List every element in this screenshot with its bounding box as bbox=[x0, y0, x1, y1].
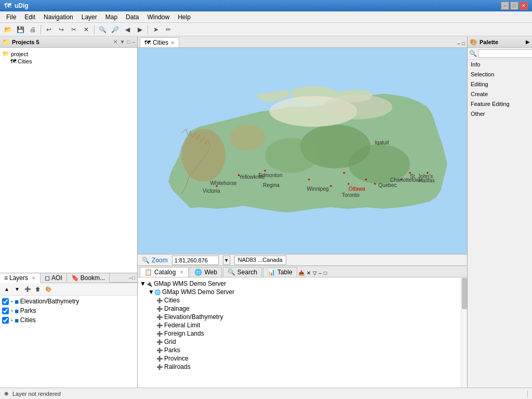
layer-up-button[interactable]: ▲ bbox=[2, 285, 11, 294]
palette-expand-btn[interactable]: ▶ bbox=[526, 39, 530, 45]
menu-window[interactable]: Window bbox=[143, 11, 174, 22]
layer-elevation-checkbox[interactable] bbox=[2, 298, 9, 305]
catalog-minimize[interactable]: – bbox=[319, 270, 322, 276]
catalog-scrollbar[interactable] bbox=[461, 277, 467, 388]
palette-item-info[interactable]: Info bbox=[468, 60, 532, 70]
map-tab-close[interactable]: ✕ bbox=[170, 40, 175, 46]
catalog-railroads-label: Railroads bbox=[164, 363, 191, 370]
layer-down-button[interactable]: ▼ bbox=[12, 285, 22, 294]
projects-menu[interactable]: ▼ bbox=[119, 39, 125, 45]
menu-data[interactable]: Data bbox=[122, 11, 143, 22]
svg-text:Victoria: Victoria bbox=[203, 188, 220, 194]
catalog-import[interactable]: 📥 bbox=[298, 270, 304, 276]
layer-elevation[interactable]: + ◼ Elevation/Bathymetry bbox=[2, 297, 135, 306]
close-button[interactable]: ✕ bbox=[520, 2, 528, 10]
svg-point-19 bbox=[374, 183, 376, 184]
tree-item-cities[interactable]: 🗺 Cities bbox=[2, 58, 135, 65]
catalog-tree: ▼ 🔌 GMap WMS Demo Server ▼ 🌐 GMap WMS De… bbox=[138, 277, 461, 388]
svg-text:Regina: Regina bbox=[263, 182, 280, 188]
palette-item-create[interactable]: Create bbox=[468, 89, 532, 99]
layer-remove-button[interactable]: 🗑 bbox=[33, 285, 43, 294]
catalog-item-drainage[interactable]: ➕ Drainage bbox=[140, 304, 459, 313]
zoom-button[interactable]: 🔍 Zoom bbox=[142, 257, 168, 264]
layer-parks[interactable]: + ◼ Parks bbox=[2, 306, 135, 315]
catalog-item-gmap-server[interactable]: ▼ 🌐 GMap WMS Demo Server bbox=[140, 288, 459, 296]
layer-style-button[interactable]: 🎨 bbox=[44, 285, 53, 294]
catalog-item-cities[interactable]: ➕ Cities bbox=[140, 296, 459, 304]
minimize-button[interactable]: – bbox=[501, 2, 509, 10]
tab-bookmarks[interactable]: 🔖 Bookm... bbox=[67, 273, 110, 283]
menu-edit[interactable]: Edit bbox=[20, 11, 39, 22]
layer-parks-checkbox[interactable] bbox=[2, 308, 9, 314]
catalog-item-elevation[interactable]: ➕ Elevation/Bathymetry bbox=[140, 313, 459, 321]
catalog-item-federal[interactable]: ➕ Federal Limit bbox=[140, 321, 459, 329]
catalog-item-grid[interactable]: ➕ Grid bbox=[140, 338, 459, 346]
projects-restore[interactable]: □ bbox=[127, 39, 130, 45]
tab-web[interactable]: 🌐 Web bbox=[190, 267, 221, 277]
projects-close[interactable]: ✕ bbox=[113, 39, 117, 45]
tab-search[interactable]: 🔍 Search bbox=[223, 267, 262, 277]
save-button[interactable]: 💾 bbox=[15, 24, 26, 35]
menu-map[interactable]: Map bbox=[101, 11, 122, 22]
select-button[interactable]: ➤ bbox=[150, 24, 162, 35]
palette-item-selection[interactable]: Selection bbox=[468, 70, 532, 79]
zoom-out-button[interactable]: 🔎 bbox=[109, 24, 121, 35]
catalog-item-railroads[interactable]: ➕ Railroads bbox=[140, 363, 459, 371]
edit-button[interactable]: ✏ bbox=[163, 24, 174, 35]
catalog-item-foreign[interactable]: ➕ Foreign Lands bbox=[140, 329, 459, 338]
menu-layer[interactable]: Layer bbox=[77, 11, 101, 22]
status-bar: ⊕ Layer not rendered bbox=[0, 388, 532, 399]
catalog-tab-close[interactable]: ✕ bbox=[180, 270, 184, 275]
layers-tab-close[interactable]: ✕ bbox=[32, 275, 36, 281]
tree-item-project[interactable]: 📁 project bbox=[2, 50, 135, 58]
catalog-item-parks[interactable]: ➕ Parks bbox=[140, 346, 459, 354]
map-canvas[interactable]: Whitehorse Yellowknife Iqaluit Edmonton … bbox=[138, 48, 467, 254]
catalog-grid-label: Grid bbox=[164, 338, 176, 345]
catalog-cities-label: Cities bbox=[164, 297, 180, 304]
catalog-item-province[interactable]: ➕ Province bbox=[140, 354, 459, 363]
palette-item-feature-editing[interactable]: Feature Editing bbox=[468, 99, 532, 109]
tab-catalog[interactable]: 📋 Catalog ✕ bbox=[140, 267, 189, 277]
menu-navigation[interactable]: Navigation bbox=[39, 11, 77, 22]
menu-file[interactable]: File bbox=[2, 11, 20, 22]
layers-maximize[interactable]: □ bbox=[132, 275, 135, 281]
catalog-collapse[interactable]: ▽ bbox=[313, 270, 317, 276]
scale-dropdown[interactable]: ▼ bbox=[223, 256, 230, 265]
layer-add-button[interactable]: ➕ bbox=[23, 285, 32, 294]
projects-tree: 📁 project 🗺 Cities bbox=[0, 48, 137, 273]
scale-input[interactable] bbox=[172, 256, 219, 265]
scrollbar-thumb[interactable] bbox=[462, 278, 467, 309]
catalog-delete[interactable]: ✕ bbox=[307, 270, 311, 276]
svg-text:Toronto: Toronto bbox=[342, 192, 360, 198]
palette-item-other[interactable]: Other bbox=[468, 109, 532, 119]
map-tab-cities[interactable]: 🗺 Cities ✕ bbox=[140, 37, 179, 47]
new-button[interactable]: 📂 bbox=[2, 24, 14, 35]
zoom-in-button[interactable]: 🔍 bbox=[97, 24, 108, 35]
tab-aoi[interactable]: ◻ AOI bbox=[41, 273, 67, 283]
table-tab-label: Table bbox=[277, 269, 292, 276]
undo-button[interactable]: ↩ bbox=[43, 24, 55, 35]
maximize-button[interactable]: □ bbox=[510, 2, 518, 10]
map-tabs-bar: 🗺 Cities ✕ – □ bbox=[138, 36, 467, 48]
tab-layers[interactable]: ≡ Layers ✕ bbox=[0, 273, 41, 283]
palette-search-input[interactable] bbox=[478, 49, 532, 58]
menu-help[interactable]: Help bbox=[174, 11, 195, 22]
map-minimize-btn[interactable]: – bbox=[458, 41, 460, 46]
cut-button[interactable]: ✂ bbox=[68, 24, 79, 35]
catalog-maximize[interactable]: □ bbox=[324, 270, 327, 276]
map-svg: Whitehorse Yellowknife Iqaluit Edmonton … bbox=[138, 48, 467, 254]
catalog-item-gmap-root[interactable]: ▼ 🔌 GMap WMS Demo Server bbox=[140, 280, 459, 288]
print-button[interactable]: 🖨 bbox=[27, 24, 38, 35]
delete-button[interactable]: ✕ bbox=[81, 24, 92, 35]
pan-right-button[interactable]: ▶ bbox=[134, 24, 145, 35]
tab-table[interactable]: 📊 Table bbox=[263, 267, 297, 277]
catalog-expand-icon: ▼ bbox=[140, 280, 146, 287]
map-maximize-btn[interactable]: □ bbox=[462, 41, 465, 46]
svg-point-11 bbox=[308, 179, 310, 180]
redo-button[interactable]: ↪ bbox=[56, 24, 67, 35]
layer-cities[interactable]: + ◼ Cities bbox=[2, 315, 135, 325]
projects-collapse[interactable]: – bbox=[132, 39, 135, 45]
palette-item-editing[interactable]: Editing bbox=[468, 79, 532, 89]
pan-left-button[interactable]: ◀ bbox=[122, 24, 133, 35]
layer-cities-checkbox[interactable] bbox=[2, 317, 9, 324]
